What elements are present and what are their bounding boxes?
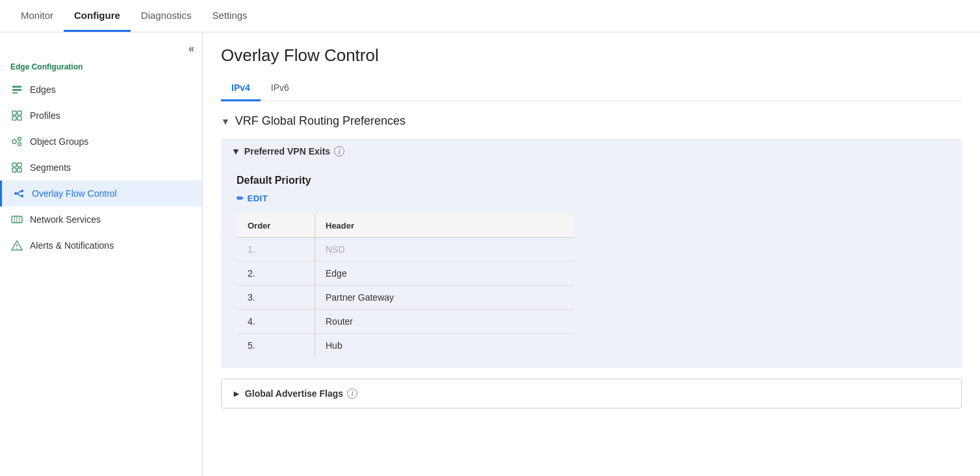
sidebar-item-profiles[interactable]: Profiles bbox=[0, 103, 202, 129]
nav-monitor[interactable]: Monitor bbox=[10, 1, 64, 32]
alerts-notifications-icon bbox=[10, 239, 23, 252]
svg-point-25 bbox=[16, 248, 18, 249]
tab-ipv4[interactable]: IPv4 bbox=[221, 76, 261, 101]
svg-line-17 bbox=[17, 192, 21, 194]
sidebar-label-overlay-flow-control: Overlay Flow Control bbox=[32, 188, 117, 199]
svg-rect-12 bbox=[12, 168, 16, 172]
table-row: 1.NSD bbox=[237, 238, 574, 262]
sidebar-item-overlay-flow-control[interactable]: Overlay Flow Control bbox=[0, 181, 202, 207]
svg-rect-6 bbox=[18, 116, 21, 120]
vpn-exits-info-icon[interactable]: i bbox=[334, 146, 344, 157]
sidebar-section-label: Edge Configuration bbox=[0, 60, 202, 77]
svg-line-18 bbox=[17, 194, 21, 196]
table-cell-header: NSD bbox=[315, 238, 574, 262]
table-header-order: Order bbox=[237, 214, 315, 238]
global-advertise-flags-panel: ► Global Advertise Flags i bbox=[221, 379, 962, 408]
edit-label: EDIT bbox=[248, 194, 268, 203]
tab-bar: IPv4 IPv6 bbox=[221, 76, 962, 101]
svg-rect-13 bbox=[18, 168, 21, 172]
edit-pencil-icon: ✏ bbox=[237, 194, 244, 203]
vrf-section-title: VRF Global Routing Preferences bbox=[235, 114, 406, 128]
svg-point-7 bbox=[12, 140, 16, 144]
content-area: Overlay Flow Control IPv4 IPv6 ▼ VRF Glo… bbox=[203, 32, 980, 476]
table-cell-order: 3. bbox=[237, 286, 315, 310]
svg-rect-4 bbox=[18, 111, 21, 115]
svg-rect-5 bbox=[12, 116, 16, 120]
table-row: 5.Hub bbox=[237, 334, 574, 358]
nav-settings[interactable]: Settings bbox=[201, 1, 257, 32]
network-services-icon bbox=[10, 213, 23, 226]
vrf-section-header: ▼ VRF Global Routing Preferences bbox=[221, 114, 962, 128]
sidebar-label-segments: Segments bbox=[30, 162, 71, 173]
svg-rect-10 bbox=[12, 163, 16, 167]
object-groups-icon bbox=[10, 135, 23, 148]
sidebar-label-network-services: Network Services bbox=[30, 214, 101, 225]
sidebar-label-edges: Edges bbox=[30, 84, 56, 95]
nav-configure[interactable]: Configure bbox=[64, 1, 131, 32]
vpn-exits-chevron-icon[interactable]: ▼ bbox=[231, 146, 240, 157]
vrf-chevron-icon[interactable]: ▼ bbox=[221, 116, 230, 127]
nav-diagnostics[interactable]: Diagnostics bbox=[131, 1, 202, 32]
page-title: Overlay Flow Control bbox=[221, 45, 962, 66]
vpn-exits-header[interactable]: ▼ Preferred VPN Exits i bbox=[221, 138, 962, 164]
table-cell-header: Router bbox=[315, 310, 574, 334]
tab-ipv6[interactable]: IPv6 bbox=[261, 76, 300, 101]
table-cell-order: 2. bbox=[237, 262, 315, 286]
svg-rect-11 bbox=[18, 163, 21, 167]
collapse-icon[interactable]: « bbox=[188, 43, 194, 55]
table-row: 4.Router bbox=[237, 310, 574, 334]
svg-point-8 bbox=[18, 138, 21, 141]
svg-point-9 bbox=[18, 143, 21, 146]
vpn-exits-panel: ▼ Preferred VPN Exits i Default Priority… bbox=[221, 138, 962, 368]
table-row: 2.Edge bbox=[237, 262, 574, 286]
sidebar-item-edges[interactable]: Edges bbox=[0, 77, 202, 103]
edit-button[interactable]: ✏ EDIT bbox=[237, 194, 268, 203]
svg-point-16 bbox=[21, 195, 23, 197]
main-layout: « Edge Configuration Edges Profiles Obje… bbox=[0, 32, 980, 476]
table-cell-order: 1. bbox=[237, 238, 315, 262]
priority-table: Order Header 1.NSD2.Edge3.Partner Gatewa… bbox=[237, 214, 574, 358]
global-flags-info-icon[interactable]: i bbox=[347, 388, 357, 399]
svg-rect-3 bbox=[12, 111, 16, 115]
svg-point-15 bbox=[21, 190, 23, 192]
sidebar-item-segments[interactable]: Segments bbox=[0, 155, 202, 181]
sidebar-collapse-button[interactable]: « bbox=[0, 40, 202, 60]
svg-rect-0 bbox=[12, 86, 21, 88]
vpn-exits-label: Preferred VPN Exits bbox=[244, 146, 330, 157]
sidebar: « Edge Configuration Edges Profiles Obje… bbox=[0, 32, 203, 476]
profiles-icon bbox=[10, 109, 23, 122]
global-advertise-flags-header[interactable]: ► Global Advertise Flags i bbox=[222, 379, 961, 408]
table-cell-header: Hub bbox=[315, 334, 574, 358]
table-cell-header: Partner Gateway bbox=[315, 286, 574, 310]
top-navigation: Monitor Configure Diagnostics Settings bbox=[0, 0, 980, 32]
svg-rect-2 bbox=[12, 92, 18, 94]
svg-point-14 bbox=[14, 192, 17, 195]
table-cell-order: 4. bbox=[237, 310, 315, 334]
table-cell-order: 5. bbox=[237, 334, 315, 358]
svg-rect-1 bbox=[12, 89, 21, 91]
table-cell-header: Edge bbox=[315, 262, 574, 286]
global-flags-chevron-icon[interactable]: ► bbox=[232, 388, 241, 399]
segments-icon bbox=[10, 161, 23, 174]
default-priority-title: Default Priority bbox=[237, 175, 946, 186]
sidebar-item-network-services[interactable]: Network Services bbox=[0, 207, 202, 232]
sidebar-item-object-groups[interactable]: Object Groups bbox=[0, 129, 202, 155]
sidebar-label-profiles: Profiles bbox=[30, 110, 60, 121]
overlay-flow-control-icon bbox=[12, 187, 25, 200]
table-header-header: Header bbox=[315, 214, 574, 238]
sidebar-item-alerts-notifications[interactable]: Alerts & Notifications bbox=[0, 232, 202, 258]
sidebar-label-object-groups: Object Groups bbox=[30, 136, 88, 147]
table-row: 3.Partner Gateway bbox=[237, 286, 574, 310]
global-flags-label: Global Advertise Flags bbox=[245, 388, 343, 399]
default-priority-section: Default Priority ✏ EDIT Order Header 1.N… bbox=[221, 164, 962, 368]
sidebar-label-alerts-notifications: Alerts & Notifications bbox=[30, 240, 114, 251]
edges-icon bbox=[10, 83, 23, 96]
